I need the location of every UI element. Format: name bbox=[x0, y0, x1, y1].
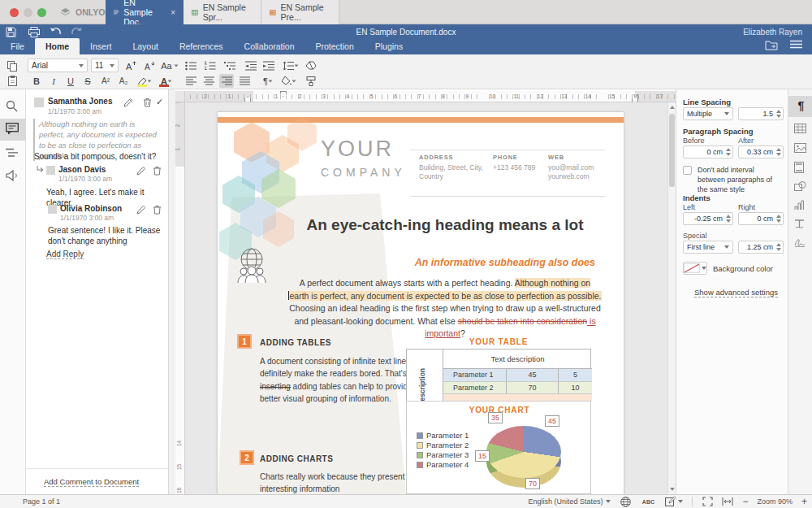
text-art-settings-button[interactable] bbox=[794, 219, 808, 232]
same-style-checkbox[interactable] bbox=[683, 166, 692, 175]
italic-button[interactable]: I bbox=[46, 74, 61, 88]
add-reply-link[interactable]: Add Reply bbox=[46, 250, 84, 259]
vertical-ruler[interactable]: 321141516 bbox=[175, 102, 185, 494]
panel-resize-gutter[interactable] bbox=[169, 89, 175, 494]
scrollbar-thumb[interactable] bbox=[669, 114, 675, 187]
menu-layout[interactable]: Layout bbox=[122, 38, 169, 54]
align-right-button[interactable] bbox=[219, 74, 234, 88]
set-document-language-button[interactable] bbox=[620, 497, 631, 507]
paragraph-settings-button[interactable]: ¶ bbox=[794, 99, 808, 113]
spinner-arrows[interactable] bbox=[776, 243, 781, 251]
hamburger-menu-button[interactable] bbox=[790, 40, 802, 49]
superscript-button[interactable]: A² bbox=[98, 74, 113, 88]
increase-font-button[interactable]: A bbox=[123, 59, 138, 72]
line-spacing-select[interactable]: Multiple bbox=[683, 107, 733, 120]
document-page[interactable]: YOUR COMPANY ADDRESS PHONE WEB Building,… bbox=[218, 112, 624, 494]
tab-document[interactable]: EN Sample Doc... × bbox=[106, 0, 184, 24]
clear-style-button[interactable] bbox=[304, 59, 318, 72]
numbered-list-button[interactable] bbox=[203, 59, 218, 72]
fit-page-button[interactable] bbox=[702, 497, 713, 507]
line-spacing-amount-spinner[interactable]: 1.5 bbox=[738, 107, 784, 120]
strikethrough-button[interactable]: S bbox=[80, 74, 95, 88]
menu-protection[interactable]: Protection bbox=[304, 38, 364, 54]
indent-right-spinner[interactable]: 0 cm bbox=[738, 212, 784, 225]
paragraph-shading-button[interactable] bbox=[279, 74, 299, 88]
fit-width-button[interactable] bbox=[722, 497, 733, 507]
spell-checking-button[interactable]: ABC bbox=[640, 497, 656, 507]
redo-button[interactable] bbox=[71, 27, 85, 38]
comments-button[interactable] bbox=[6, 123, 20, 137]
multilevel-list-button[interactable] bbox=[222, 59, 237, 72]
close-tab-icon[interactable]: × bbox=[171, 8, 175, 17]
add-comment-to-document-button[interactable]: Add Comment to Document bbox=[44, 477, 139, 487]
font-size-select[interactable]: 11 bbox=[91, 59, 119, 72]
document-canvas[interactable]: YOUR COMPANY ADDRESS PHONE WEB Building,… bbox=[185, 102, 667, 494]
print-button[interactable] bbox=[28, 27, 43, 38]
delete-comment-button[interactable] bbox=[143, 98, 153, 108]
justify-button[interactable] bbox=[237, 74, 252, 88]
spinner-arrows[interactable] bbox=[726, 148, 731, 156]
open-file-location-button[interactable] bbox=[765, 40, 778, 50]
font-color-button[interactable]: A bbox=[157, 74, 176, 88]
signature-settings-button[interactable] bbox=[794, 237, 808, 251]
subscript-button[interactable]: A₂ bbox=[116, 74, 131, 88]
tab-spreadsheet[interactable]: EN Sample Spr... bbox=[184, 0, 261, 24]
spacing-after-spinner[interactable]: 0.33 cm bbox=[738, 145, 784, 158]
delete-reply-button[interactable] bbox=[153, 166, 163, 176]
zoom-in-button[interactable]: + bbox=[801, 496, 807, 507]
font-name-select[interactable]: Arial bbox=[28, 59, 88, 72]
special-indent-spinner[interactable]: 1.25 cm bbox=[738, 241, 784, 254]
menu-references[interactable]: References bbox=[169, 38, 234, 54]
scroll-down-arrow[interactable] bbox=[670, 488, 675, 491]
table-settings-button[interactable] bbox=[794, 124, 808, 137]
track-changes-button[interactable] bbox=[665, 497, 683, 507]
chart-settings-button[interactable] bbox=[794, 200, 808, 214]
spinner-arrows[interactable] bbox=[776, 148, 781, 156]
spinner-arrows[interactable] bbox=[776, 110, 781, 118]
language-select[interactable]: English (United States) bbox=[528, 497, 611, 506]
menu-file[interactable]: File bbox=[0, 38, 35, 54]
spinner-arrows[interactable] bbox=[726, 215, 731, 223]
edit-reply-button[interactable] bbox=[136, 205, 147, 215]
minimize-window-button[interactable] bbox=[24, 8, 32, 17]
edit-reply-button[interactable] bbox=[136, 166, 147, 176]
menu-home[interactable]: Home bbox=[35, 38, 80, 54]
navigation-button[interactable] bbox=[6, 148, 20, 163]
background-color-picker[interactable] bbox=[683, 262, 707, 275]
copy-button[interactable] bbox=[5, 59, 19, 73]
align-center-button[interactable] bbox=[201, 74, 216, 88]
feedback-button[interactable] bbox=[6, 170, 20, 185]
bold-button[interactable]: B bbox=[29, 74, 44, 88]
image-settings-button[interactable] bbox=[794, 143, 808, 157]
menu-insert[interactable]: Insert bbox=[80, 38, 122, 54]
copy-style-button[interactable] bbox=[304, 74, 318, 88]
undo-button[interactable] bbox=[50, 27, 64, 38]
bullet-list-button[interactable] bbox=[184, 59, 198, 72]
nonprinting-characters-button[interactable]: ¶ bbox=[258, 74, 278, 88]
header-footer-settings-button[interactable] bbox=[794, 162, 808, 176]
increase-indent-button[interactable] bbox=[261, 59, 276, 72]
edit-comment-button[interactable] bbox=[123, 98, 134, 108]
decrease-indent-button[interactable] bbox=[244, 59, 258, 72]
line-spacing-button[interactable] bbox=[281, 59, 300, 72]
shape-settings-button[interactable] bbox=[794, 181, 808, 195]
special-indent-select[interactable]: First line bbox=[683, 241, 733, 254]
close-window-button[interactable] bbox=[10, 8, 19, 17]
tab-presentation[interactable]: EN Sample Pre... bbox=[261, 0, 339, 24]
paste-button[interactable] bbox=[5, 74, 19, 88]
show-advanced-settings-link[interactable]: Show advanced settings bbox=[694, 288, 778, 297]
change-case-button[interactable]: Aa bbox=[160, 59, 179, 72]
horizontal-ruler[interactable]: 211234567891011121314151617 bbox=[185, 91, 676, 102]
search-button[interactable] bbox=[6, 100, 20, 115]
decrease-font-button[interactable]: A bbox=[142, 59, 157, 72]
spacing-before-spinner[interactable]: 0 cm bbox=[683, 145, 733, 158]
maximize-window-button[interactable] bbox=[37, 8, 46, 17]
zoom-out-button[interactable]: − bbox=[742, 496, 748, 507]
scroll-up-arrow[interactable] bbox=[670, 106, 675, 109]
menu-plugins[interactable]: Plugins bbox=[365, 38, 413, 54]
document-chart[interactable]: YOUR CHART Parameter 1 Parameter 2 Param… bbox=[406, 401, 591, 494]
document-table[interactable]: Text description Text description Parame… bbox=[406, 349, 591, 402]
highlight-color-button[interactable] bbox=[135, 74, 154, 88]
save-button[interactable] bbox=[6, 27, 20, 38]
indent-left-spinner[interactable]: -0.25 cm bbox=[683, 212, 733, 225]
